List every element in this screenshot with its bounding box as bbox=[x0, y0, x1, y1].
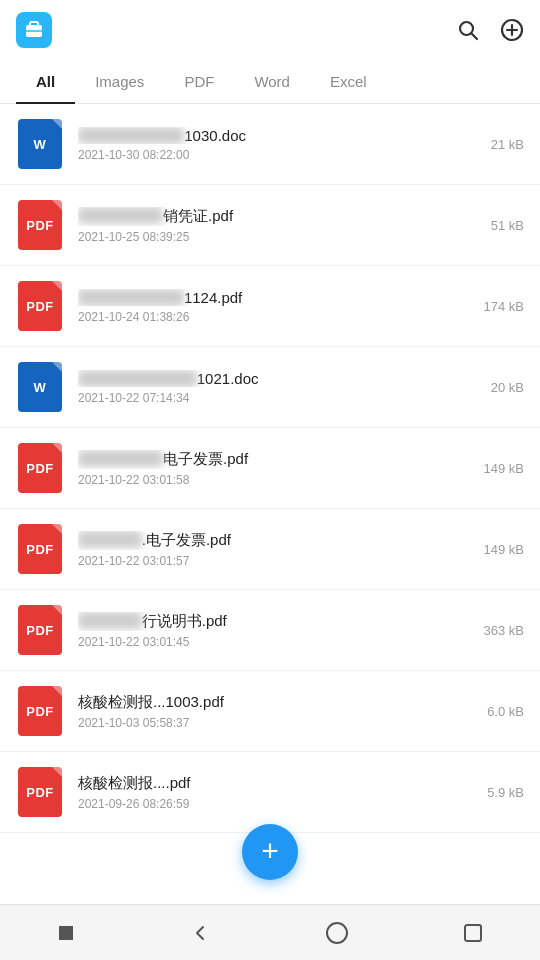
file-name-blurred: ██████ bbox=[78, 612, 142, 629]
file-icon-pdf: PDF bbox=[18, 605, 62, 655]
file-icon-pdf: PDF bbox=[18, 200, 62, 250]
list-item[interactable]: PDF核酸检测报....pdf2021-09-26 08:26:595.9 kB bbox=[0, 752, 540, 833]
file-type-label: W bbox=[34, 380, 47, 395]
file-size: 6.0 kB bbox=[464, 704, 524, 719]
file-icon-word: W bbox=[18, 119, 62, 169]
file-icon-wrap: PDF bbox=[16, 199, 64, 251]
nav-recent-button[interactable] bbox=[443, 915, 503, 951]
file-name: ██████行说明书.pdf bbox=[78, 612, 456, 631]
file-name-suffix: 1030.doc bbox=[184, 127, 246, 144]
file-name-blurred: ██████ bbox=[78, 531, 142, 548]
file-name-suffix: 行说明书.pdf bbox=[142, 612, 227, 629]
file-name-blurred: ████████2... bbox=[78, 289, 184, 306]
file-icon-wrap: PDF bbox=[16, 280, 64, 332]
file-icon-pdf: PDF bbox=[18, 281, 62, 331]
list-item[interactable]: PDF████████销凭证.pdf2021-10-25 08:39:2551 … bbox=[0, 185, 540, 266]
file-info: ██████.电子发票.pdf2021-10-22 03:01:57 bbox=[78, 531, 456, 568]
file-info: ██████████...1021.doc2021-10-22 07:14:34 bbox=[78, 370, 456, 405]
app-header bbox=[0, 0, 540, 60]
file-info: ████████电子发票.pdf2021-10-22 03:01:58 bbox=[78, 450, 456, 487]
svg-rect-9 bbox=[59, 926, 73, 940]
list-item[interactable]: PDF████████2...1124.pdf2021-10-24 01:38:… bbox=[0, 266, 540, 347]
nav-home-button[interactable] bbox=[305, 913, 369, 953]
file-size: 174 kB bbox=[464, 299, 524, 314]
file-type-label: PDF bbox=[26, 704, 54, 719]
file-icon-pdf: PDF bbox=[18, 443, 62, 493]
file-icon-wrap: PDF bbox=[16, 685, 64, 737]
file-name-suffix: 销凭证.pdf bbox=[163, 207, 233, 224]
file-type-label: W bbox=[34, 137, 47, 152]
file-name: ██████████...1021.doc bbox=[78, 370, 456, 387]
fab-add-button[interactable]: + bbox=[242, 824, 298, 880]
file-name-suffix: 1021.doc bbox=[197, 370, 259, 387]
file-name: ████████销凭证.pdf bbox=[78, 207, 456, 226]
file-date: 2021-10-03 05:58:37 bbox=[78, 716, 456, 730]
tab-images[interactable]: Images bbox=[75, 61, 164, 104]
file-size: 149 kB bbox=[464, 461, 524, 476]
file-name: ████████2...1124.pdf bbox=[78, 289, 456, 306]
file-size: 149 kB bbox=[464, 542, 524, 557]
file-name: ██████████1030.doc bbox=[78, 127, 456, 144]
file-icon-pdf: PDF bbox=[18, 686, 62, 736]
file-info: ██████████1030.doc2021-10-30 08:22:00 bbox=[78, 127, 456, 162]
list-item[interactable]: PDF核酸检测报...1003.pdf2021-10-03 05:58:376.… bbox=[0, 671, 540, 752]
list-item[interactable]: PDF████████电子发票.pdf2021-10-22 03:01:5814… bbox=[0, 428, 540, 509]
file-date: 2021-10-22 07:14:34 bbox=[78, 391, 456, 405]
file-icon-wrap: W bbox=[16, 118, 64, 170]
file-icon-word: W bbox=[18, 362, 62, 412]
header-actions bbox=[456, 18, 524, 42]
fab-plus-icon: + bbox=[261, 836, 279, 866]
filter-tabs: All Images PDF Word Excel bbox=[0, 60, 540, 104]
search-button[interactable] bbox=[456, 18, 480, 42]
list-item[interactable]: PDF██████.电子发票.pdf2021-10-22 03:01:57149… bbox=[0, 509, 540, 590]
tab-excel[interactable]: Excel bbox=[310, 61, 387, 104]
file-date: 2021-10-25 08:39:25 bbox=[78, 230, 456, 244]
file-name: 核酸检测报...1003.pdf bbox=[78, 693, 456, 712]
app-logo bbox=[16, 12, 52, 48]
list-item[interactable]: PDF██████行说明书.pdf2021-10-22 03:01:45363 … bbox=[0, 590, 540, 671]
file-type-label: PDF bbox=[26, 785, 54, 800]
file-icon-pdf: PDF bbox=[18, 767, 62, 817]
nav-back-button[interactable] bbox=[169, 914, 231, 952]
file-size: 5.9 kB bbox=[464, 785, 524, 800]
tab-all[interactable]: All bbox=[16, 61, 75, 104]
file-size: 363 kB bbox=[464, 623, 524, 638]
file-info: 核酸检测报...1003.pdf2021-10-03 05:58:37 bbox=[78, 693, 456, 730]
file-date: 2021-10-22 03:01:57 bbox=[78, 554, 456, 568]
file-name-blurred: ██████████... bbox=[78, 370, 197, 387]
list-item[interactable]: W██████████...1021.doc2021-10-22 07:14:3… bbox=[0, 347, 540, 428]
file-name: 核酸检测报....pdf bbox=[78, 774, 456, 793]
file-size: 20 kB bbox=[464, 380, 524, 395]
svg-point-10 bbox=[327, 923, 347, 943]
file-name: ████████电子发票.pdf bbox=[78, 450, 456, 469]
file-icon-wrap: PDF bbox=[16, 523, 64, 575]
file-size: 21 kB bbox=[464, 137, 524, 152]
file-name: ██████.电子发票.pdf bbox=[78, 531, 456, 550]
bottom-navigation bbox=[0, 904, 540, 960]
file-type-label: PDF bbox=[26, 299, 54, 314]
file-info: ████████销凭证.pdf2021-10-25 08:39:25 bbox=[78, 207, 456, 244]
svg-line-5 bbox=[472, 34, 478, 40]
file-name-suffix: .电子发票.pdf bbox=[142, 531, 231, 548]
file-date: 2021-10-22 03:01:45 bbox=[78, 635, 456, 649]
file-info: ██████行说明书.pdf2021-10-22 03:01:45 bbox=[78, 612, 456, 649]
file-type-label: PDF bbox=[26, 461, 54, 476]
file-icon-pdf: PDF bbox=[18, 524, 62, 574]
file-type-label: PDF bbox=[26, 542, 54, 557]
file-icon-wrap: PDF bbox=[16, 766, 64, 818]
file-icon-wrap: PDF bbox=[16, 442, 64, 494]
file-info: ████████2...1124.pdf2021-10-24 01:38:26 bbox=[78, 289, 456, 324]
nav-square-button[interactable] bbox=[37, 916, 95, 950]
list-item[interactable]: W██████████1030.doc2021-10-30 08:22:0021… bbox=[0, 104, 540, 185]
file-name-blurred: ████████ bbox=[78, 450, 163, 467]
tab-pdf[interactable]: PDF bbox=[164, 61, 234, 104]
file-icon-wrap: W bbox=[16, 361, 64, 413]
file-list: W██████████1030.doc2021-10-30 08:22:0021… bbox=[0, 104, 540, 833]
tab-word[interactable]: Word bbox=[234, 61, 310, 104]
file-date: 2021-10-22 03:01:58 bbox=[78, 473, 456, 487]
file-name-suffix: 电子发票.pdf bbox=[163, 450, 248, 467]
file-date: 2021-10-24 01:38:26 bbox=[78, 310, 456, 324]
file-type-label: PDF bbox=[26, 623, 54, 638]
add-button[interactable] bbox=[500, 18, 524, 42]
file-name-suffix: 1124.pdf bbox=[184, 289, 242, 306]
